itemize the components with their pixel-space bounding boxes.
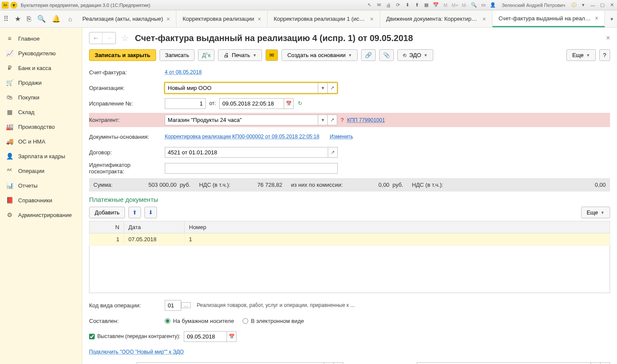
help-button[interactable]: ?: [599, 49, 610, 61]
opcode-input[interactable]: [165, 300, 181, 311]
contragent-input[interactable]: [165, 115, 318, 125]
basis-link[interactable]: Корректировка реализации КП00-000002 от …: [165, 134, 320, 140]
sidebar-item-hr[interactable]: 👤Зарплата и кадры: [0, 149, 82, 163]
posting-button[interactable]: Дᵀк: [198, 49, 214, 61]
invoice-link[interactable]: 4 от 08.05.2018: [165, 69, 201, 75]
col-date[interactable]: Дата: [124, 221, 185, 233]
search-icon[interactable]: 🔍: [37, 15, 46, 23]
table-more-button[interactable]: Еще▼: [581, 207, 610, 218]
chief-acc-input[interactable]: [417, 362, 591, 364]
org-input[interactable]: [165, 83, 318, 93]
kpp-link[interactable]: КПП 779901001: [347, 117, 385, 123]
issued-date-input[interactable]: [184, 331, 227, 342]
mail-icon[interactable]: ✉: [375, 2, 382, 9]
edo-button[interactable]: ⎋ЭДО▼: [397, 49, 433, 61]
radio-paper[interactable]: На бумажном носителе: [165, 318, 234, 324]
app-menu-dropdown[interactable]: ▾: [10, 2, 17, 9]
connect-edo-link[interactable]: Подключить "ООО "Новый мир"" к ЭДО: [89, 349, 184, 355]
save-button[interactable]: Записать: [160, 49, 195, 61]
print-icon[interactable]: 🖨: [385, 2, 392, 9]
settings-icon[interactable]: ▭: [480, 2, 487, 9]
refresh-date-icon[interactable]: ↻: [298, 100, 302, 106]
warning-icon[interactable]: ?: [341, 117, 344, 123]
email-button[interactable]: ✉: [265, 49, 278, 61]
close-icon[interactable]: ×: [166, 16, 170, 22]
info-icon[interactable]: ⓘ: [570, 2, 577, 9]
calendar-icon[interactable]: 📅: [432, 2, 439, 9]
col-n[interactable]: N: [90, 221, 124, 233]
zoom-icon[interactable]: 🔍: [470, 2, 477, 9]
opcode-select-button[interactable]: …: [181, 302, 191, 308]
save-close-button[interactable]: Записать и закрыть: [89, 49, 156, 61]
sidebar-item-operations[interactable]: ᴬᴷОперации: [0, 163, 82, 178]
sidebar-item-admin[interactable]: ⚙Администрирование: [0, 208, 82, 222]
dropdown-button[interactable]: ▾: [324, 362, 334, 364]
head-input[interactable]: [137, 362, 324, 364]
correction-date-input[interactable]: [219, 98, 284, 109]
tab-movements[interactable]: Движения документа: Корректиро...×: [380, 10, 492, 27]
issued-checkbox[interactable]: Выставлен (передан контрагенту):: [89, 333, 180, 339]
close-window-icon[interactable]: ✕: [608, 2, 615, 9]
m-minus-icon[interactable]: M-: [461, 2, 468, 9]
basis-change-link[interactable]: Изменить: [330, 134, 353, 140]
minimize-icon[interactable]: —: [589, 2, 596, 9]
calendar-button[interactable]: 📅: [284, 98, 294, 109]
tab-invoice[interactable]: Счет-фактура выданный на реализ...×: [492, 10, 605, 27]
print-button[interactable]: 🖨Печать▼: [218, 49, 262, 61]
forward-button[interactable]: →: [102, 32, 115, 44]
maximize-icon[interactable]: ▢: [599, 2, 606, 9]
open-button[interactable]: ↗: [334, 362, 343, 364]
create-based-button[interactable]: Создать на основании▼: [281, 49, 358, 61]
favorite-button[interactable]: ☆: [121, 33, 129, 43]
sidebar-item-sales[interactable]: 🛒Продажи: [0, 75, 82, 90]
open-button[interactable]: ↗: [328, 115, 337, 125]
open-button[interactable]: ↗: [601, 362, 610, 364]
radio-electronic[interactable]: В электронном виде: [243, 318, 304, 324]
move-up-button[interactable]: ⬆: [128, 207, 141, 218]
m-plus-icon[interactable]: M+: [451, 2, 458, 9]
open-button[interactable]: ↗: [328, 83, 337, 93]
m-icon[interactable]: M: [442, 2, 449, 9]
dropdown-icon[interactable]: ▾: [580, 2, 587, 9]
dropdown-button[interactable]: ▾: [318, 83, 328, 93]
contract-input[interactable]: [165, 147, 328, 158]
home-tab[interactable]: ⌂: [64, 10, 76, 27]
sidebar-item-manager[interactable]: 📈Руководителю: [0, 46, 82, 61]
sidebar-item-bank[interactable]: ₽Банк и касса: [0, 61, 82, 75]
bell-icon[interactable]: 🔔: [52, 15, 61, 23]
tab-correction[interactable]: Корректировка реализации×: [176, 10, 268, 27]
move-down-button[interactable]: ⬇: [144, 207, 157, 218]
back-button[interactable]: ←: [90, 32, 102, 44]
tabs-dropdown[interactable]: ▾: [607, 10, 617, 27]
add-row-button[interactable]: Добавить: [89, 207, 125, 218]
tab-realization[interactable]: Реализация (акты, накладные)×: [76, 10, 176, 27]
refresh-icon[interactable]: ⟳: [394, 2, 401, 9]
calendar-button[interactable]: 📅: [227, 331, 237, 342]
sidebar-item-reference[interactable]: 📕Справочники: [0, 193, 82, 208]
dropdown-button[interactable]: ▾: [591, 362, 601, 364]
download-icon[interactable]: ⬇: [404, 2, 411, 9]
goscontract-input[interactable]: [165, 163, 338, 174]
grid-icon[interactable]: ▦: [423, 2, 430, 9]
open-button[interactable]: ↗: [328, 147, 338, 158]
close-icon[interactable]: ×: [595, 15, 598, 22]
sidebar-item-production[interactable]: 🏭Производство: [0, 119, 82, 134]
close-icon[interactable]: ×: [258, 16, 261, 22]
dropdown-button[interactable]: ▾: [318, 115, 328, 125]
upload-icon[interactable]: ⬆: [413, 2, 420, 9]
sidebar-item-os[interactable]: 🚚ОС и НМА: [0, 134, 82, 149]
sidebar-item-warehouse[interactable]: ▦Склад: [0, 105, 82, 119]
link-button[interactable]: 🔗: [361, 49, 376, 61]
history-icon[interactable]: ⎘: [27, 15, 31, 23]
col-number[interactable]: Номер: [185, 221, 610, 233]
tab-correction-1[interactable]: Корректировка реализации 1 (испр...×: [268, 10, 380, 27]
apps-icon[interactable]: ⠿: [3, 15, 9, 23]
attach-button[interactable]: 📎: [379, 49, 394, 61]
sidebar-item-reports[interactable]: 📊Отчеты: [0, 178, 82, 193]
sidebar-item-main[interactable]: ≡Главное: [0, 31, 82, 46]
table-row[interactable]: 1 07.05.2018 1: [90, 233, 610, 246]
close-icon[interactable]: ×: [370, 16, 374, 22]
sidebar-item-purchases[interactable]: 🛍Покупки: [0, 90, 82, 105]
correction-number-input[interactable]: [165, 98, 206, 109]
star-icon[interactable]: ★: [15, 15, 21, 23]
